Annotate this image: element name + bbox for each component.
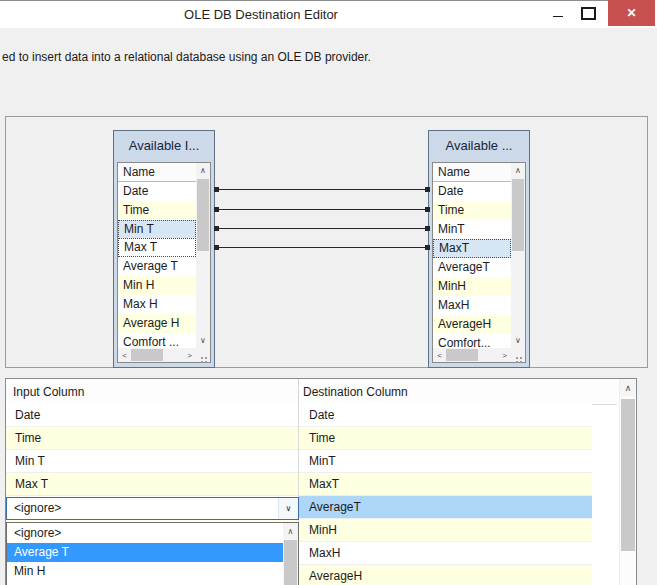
minimize-icon (553, 16, 563, 17)
scroll-up-icon[interactable]: ∧ (511, 163, 525, 178)
scroll-right-icon[interactable]: > (183, 348, 196, 362)
list-item[interactable]: Time (433, 201, 511, 220)
dropdown-option[interactable]: Max H (7, 581, 283, 585)
scroll-up-icon[interactable]: ∧ (620, 379, 636, 396)
grid-vertical-scrollbar[interactable]: ∧ (619, 379, 636, 585)
titlebar: OLE DB Destination Editor ✕ (0, 0, 657, 28)
dropdown-scrollbar[interactable]: ∧ (283, 523, 298, 585)
grid-row: Max T MaxT (6, 473, 592, 496)
available-destination-columns-list: Name Date Time MinT MaxT AverageT MinH M… (432, 162, 526, 363)
destination-cell[interactable]: MaxH (298, 542, 592, 565)
maximize-icon (581, 7, 596, 20)
scroll-down-icon[interactable]: ∨ (196, 333, 210, 348)
scrollbar-thumb[interactable] (621, 399, 635, 551)
list-item[interactable]: Min H (118, 276, 196, 295)
minimize-button[interactable] (546, 1, 570, 26)
grid-row: Date Date (6, 404, 592, 427)
list-item[interactable]: Date (433, 182, 511, 201)
scrollbar-thumb[interactable] (512, 179, 524, 251)
list-item[interactable]: MaxH (433, 296, 511, 315)
horizontal-scrollbar[interactable]: < > (118, 348, 196, 362)
list-item[interactable]: AverageH (433, 315, 511, 334)
maximize-button[interactable] (576, 1, 600, 26)
dropdown-option-selected[interactable]: Average T (7, 543, 283, 562)
close-button[interactable]: ✕ (608, 0, 655, 26)
input-cell[interactable]: Date (6, 404, 298, 427)
list-item[interactable]: Comfort ... (118, 333, 196, 348)
dropdown-option[interactable]: Min H (7, 562, 283, 581)
list-item[interactable]: Average H (118, 314, 196, 333)
available-input-columns-list: Name Date Time Min T Max T Average T Min… (117, 162, 211, 363)
available-input-columns-box: Available I... Name Date Time Min T Max … (113, 130, 215, 368)
mapping-connector-mint[interactable] (215, 228, 429, 229)
input-column-header: Input Column (13, 379, 84, 404)
destination-cell[interactable]: AverageH (298, 565, 592, 585)
column-list: Name Date Time MinT MaxT AverageT MinH M… (433, 163, 511, 348)
scroll-left-icon[interactable]: < (118, 348, 131, 362)
dropdown-option[interactable]: <ignore> (7, 524, 283, 543)
ole-db-destination-editor-window: OLE DB Destination Editor ✕ ed to insert… (0, 0, 657, 585)
mapping-connector-date[interactable] (215, 189, 429, 190)
mapping-connector-time[interactable] (215, 209, 429, 210)
list-item[interactable]: Comfort... (433, 334, 511, 348)
scroll-up-icon[interactable]: ∧ (283, 523, 298, 539)
window-title: OLE DB Destination Editor (0, 0, 522, 28)
list-header-name: Name (118, 163, 196, 182)
list-item[interactable]: Max H (118, 295, 196, 314)
mapping-panel (5, 116, 648, 368)
destination-column-header: Destination Column (303, 379, 408, 404)
grid-header: Input Column Destination Column (6, 379, 617, 405)
destination-cell[interactable]: MinT (298, 450, 592, 473)
input-cell[interactable]: Min T (6, 450, 298, 473)
dialog-description: ed to insert data into a relational data… (2, 50, 522, 64)
mapping-grid: Input Column Destination Column Date Dat… (5, 378, 637, 585)
list-item[interactable]: Average T (118, 257, 196, 276)
scrollbar-thumb[interactable] (446, 349, 478, 361)
scroll-left-icon[interactable]: < (433, 348, 446, 362)
list-item[interactable]: Date (118, 182, 196, 201)
scrollbar-thumb[interactable] (131, 349, 163, 361)
destination-cell[interactable]: Time (298, 427, 592, 450)
available-destination-columns-box: Available ... Name Date Time MinT MaxT A… (428, 130, 530, 368)
destination-cell[interactable]: MaxT (298, 473, 592, 496)
vertical-scrollbar[interactable]: ∧ ∨ (511, 163, 525, 348)
scroll-right-icon[interactable]: > (498, 348, 511, 362)
available-destination-columns-title: Available ... (429, 138, 529, 153)
mapping-connector-maxt[interactable] (215, 247, 429, 248)
list-item[interactable]: AverageT (433, 258, 511, 277)
combobox-value: <ignore> (14, 498, 61, 519)
vertical-scrollbar[interactable]: ∧ ∨ (196, 163, 210, 348)
list-header-name: Name (433, 163, 511, 182)
list-item-selected[interactable]: MaxT (433, 239, 511, 258)
scroll-down-icon[interactable]: ∨ (511, 333, 525, 348)
input-cell[interactable]: Max T (6, 473, 298, 496)
list-item[interactable]: Time (118, 201, 196, 220)
combo-dropdown-icon[interactable]: ∨ (278, 498, 298, 519)
scrollbar-thumb[interactable] (197, 179, 209, 251)
horizontal-scrollbar[interactable]: < > (433, 348, 511, 362)
destination-cell[interactable]: MinH (298, 519, 592, 542)
scroll-up-icon[interactable]: ∧ (196, 163, 210, 178)
list-item[interactable]: MinT (433, 220, 511, 239)
input-cell[interactable]: Time (6, 427, 298, 450)
list-item[interactable]: MinH (433, 277, 511, 296)
list-item-selected[interactable]: Min T (118, 220, 196, 239)
combobox-dropdown-list: <ignore> Average T Min H Max H ∧ (6, 522, 299, 585)
input-column-combobox[interactable]: <ignore> ∨ (6, 497, 299, 520)
close-icon: ✕ (626, 6, 636, 20)
resize-grip-icon[interactable] (196, 348, 210, 362)
column-list: Name Date Time Min T Max T Average T Min… (118, 163, 196, 348)
grid-row: Time Time (6, 427, 592, 450)
destination-cell[interactable]: Date (298, 404, 592, 427)
grid-row: Min T MinT (6, 450, 592, 473)
available-input-columns-title: Available I... (114, 138, 214, 153)
resize-grip-icon[interactable] (511, 348, 525, 362)
destination-cell[interactable]: AverageT (298, 496, 592, 519)
scrollbar-thumb[interactable] (284, 540, 297, 585)
list-item-focused[interactable]: Max T (118, 238, 196, 257)
